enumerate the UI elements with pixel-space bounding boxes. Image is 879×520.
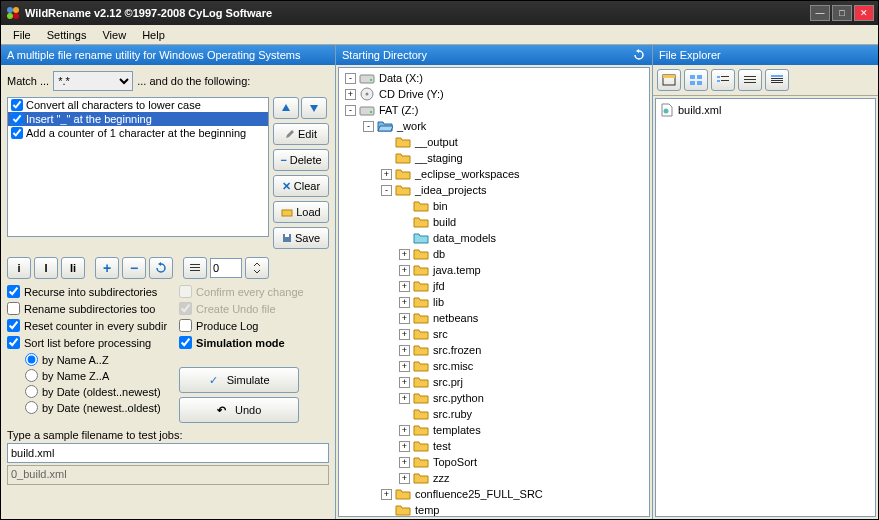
reset-counter-checkbox[interactable]: Reset counter in every subdir	[7, 319, 167, 332]
tree-item[interactable]: build	[341, 214, 647, 230]
tree-label[interactable]: CD Drive (Y:)	[378, 88, 445, 100]
tree-label[interactable]: netbeans	[432, 312, 479, 324]
tree-item[interactable]: -_idea_projects	[341, 182, 647, 198]
tree-item[interactable]: +src.python	[341, 390, 647, 406]
sort-date-new-radio[interactable]: by Date (newest..oldest)	[25, 401, 167, 414]
tree-item[interactable]: +lib	[341, 294, 647, 310]
produce-log-checkbox[interactable]: Produce Log	[179, 319, 304, 332]
info-cap-i-button[interactable]: I	[34, 257, 58, 279]
tree-expander[interactable]: +	[381, 489, 392, 500]
tree-expander[interactable]: +	[399, 441, 410, 452]
tree-label[interactable]: bin	[432, 200, 449, 212]
tree-label[interactable]: db	[432, 248, 446, 260]
match-select[interactable]: *.*	[53, 71, 133, 91]
tree-label[interactable]: src.prj	[432, 376, 464, 388]
tree-label[interactable]: zzz	[432, 472, 451, 484]
tree-label[interactable]: temp	[414, 504, 440, 516]
tree-expander[interactable]: +	[399, 313, 410, 324]
tree-expander[interactable]: +	[399, 473, 410, 484]
sort-before-checkbox[interactable]: Sort list before processing	[7, 336, 167, 349]
tree-label[interactable]: confluence25_FULL_SRC	[414, 488, 544, 500]
fe-view4-button[interactable]	[738, 69, 762, 91]
tree-label[interactable]: _idea_projects	[414, 184, 488, 196]
tree-item[interactable]: temp	[341, 502, 647, 517]
tree-item[interactable]: src.ruby	[341, 406, 647, 422]
sort-name-za-radio[interactable]: by Name Z..A	[25, 369, 167, 382]
tree-label[interactable]: src.misc	[432, 360, 474, 372]
undo-button[interactable]: ↶ Undo	[179, 397, 299, 423]
tree-label[interactable]: _work	[396, 120, 427, 132]
tree-item[interactable]: +CD Drive (Y:)	[341, 86, 647, 102]
edit-button[interactable]: Edit	[273, 123, 329, 145]
tree-label[interactable]: test	[432, 440, 452, 452]
tree-expander[interactable]: +	[399, 361, 410, 372]
job-item[interactable]: Insert "_" at the beginning	[8, 112, 268, 126]
fe-view2-button[interactable]	[684, 69, 708, 91]
tree-item[interactable]: +netbeans	[341, 310, 647, 326]
delete-button[interactable]: −Delete	[273, 149, 329, 171]
simulate-button[interactable]: ✓ Simulate	[179, 367, 299, 393]
tree-item[interactable]: +confluence25_FULL_SRC	[341, 486, 647, 502]
tree-item[interactable]: +test	[341, 438, 647, 454]
sort-name-az-radio[interactable]: by Name A..Z	[25, 353, 167, 366]
tree-item[interactable]: +src.frozen	[341, 342, 647, 358]
save-button[interactable]: Save	[273, 227, 329, 249]
add-button[interactable]: +	[95, 257, 119, 279]
move-up-button[interactable]	[273, 97, 299, 119]
directory-tree[interactable]: -Data (X:)+CD Drive (Y:)-FAT (Z:)-_work_…	[338, 67, 650, 517]
tree-label[interactable]: _eclipse_workspaces	[414, 168, 521, 180]
info-i-button[interactable]: i	[7, 257, 31, 279]
sample-input[interactable]	[7, 443, 329, 463]
close-button[interactable]: ✕	[854, 5, 874, 21]
counter-stepper[interactable]	[245, 257, 269, 279]
menu-help[interactable]: Help	[134, 27, 173, 43]
jobs-list[interactable]: Convert all characters to lower caseInse…	[7, 97, 269, 237]
menu-file[interactable]: File	[5, 27, 39, 43]
tree-label[interactable]: lib	[432, 296, 445, 308]
job-item[interactable]: Convert all characters to lower case	[8, 98, 268, 112]
tree-label[interactable]: templates	[432, 424, 482, 436]
tree-item[interactable]: +src.misc	[341, 358, 647, 374]
fe-view1-button[interactable]	[657, 69, 681, 91]
tree-item[interactable]: +_eclipse_workspaces	[341, 166, 647, 182]
tree-expander[interactable]: +	[399, 393, 410, 404]
tree-item[interactable]: -_work	[341, 118, 647, 134]
counter-input[interactable]	[210, 258, 242, 278]
tree-item[interactable]: __staging	[341, 150, 647, 166]
rename-subdirs-checkbox[interactable]: Rename subdirectories too	[7, 302, 167, 315]
tree-expander[interactable]: +	[399, 297, 410, 308]
tree-label[interactable]: src.frozen	[432, 344, 482, 356]
tree-item[interactable]: +templates	[341, 422, 647, 438]
move-down-button[interactable]	[301, 97, 327, 119]
tree-label[interactable]: data_models	[432, 232, 497, 244]
load-button[interactable]: Load	[273, 201, 329, 223]
tree-item[interactable]: +TopoSort	[341, 454, 647, 470]
tree-expander[interactable]: +	[399, 281, 410, 292]
tree-item[interactable]: bin	[341, 198, 647, 214]
tree-expander[interactable]: +	[399, 249, 410, 260]
tree-item[interactable]: -Data (X:)	[341, 70, 647, 86]
job-item[interactable]: Add a counter of 1 character at the begi…	[8, 126, 268, 140]
tree-expander[interactable]: -	[381, 185, 392, 196]
info-ii-button[interactable]: Ii	[61, 257, 85, 279]
tree-expander[interactable]: +	[381, 169, 392, 180]
tree-label[interactable]: build	[432, 216, 457, 228]
tree-expander[interactable]: +	[345, 89, 356, 100]
tree-expander[interactable]: +	[399, 345, 410, 356]
fe-view5-button[interactable]	[765, 69, 789, 91]
file-item[interactable]: build.xml	[659, 102, 872, 118]
tree-expander[interactable]: +	[399, 377, 410, 388]
tree-item[interactable]: +src	[341, 326, 647, 342]
minimize-button[interactable]: —	[810, 5, 830, 21]
tree-label[interactable]: java.temp	[432, 264, 482, 276]
file-list[interactable]: build.xml	[655, 98, 876, 517]
tree-label[interactable]: Data (X:)	[378, 72, 424, 84]
tree-label[interactable]: src.python	[432, 392, 485, 404]
tree-expander[interactable]: +	[399, 457, 410, 468]
recurse-checkbox[interactable]: Recurse into subdirectories	[7, 285, 167, 298]
menu-settings[interactable]: Settings	[39, 27, 95, 43]
tree-item[interactable]: +jfd	[341, 278, 647, 294]
tree-item[interactable]: +src.prj	[341, 374, 647, 390]
tree-label[interactable]: FAT (Z:)	[378, 104, 419, 116]
tree-item[interactable]: -FAT (Z:)	[341, 102, 647, 118]
